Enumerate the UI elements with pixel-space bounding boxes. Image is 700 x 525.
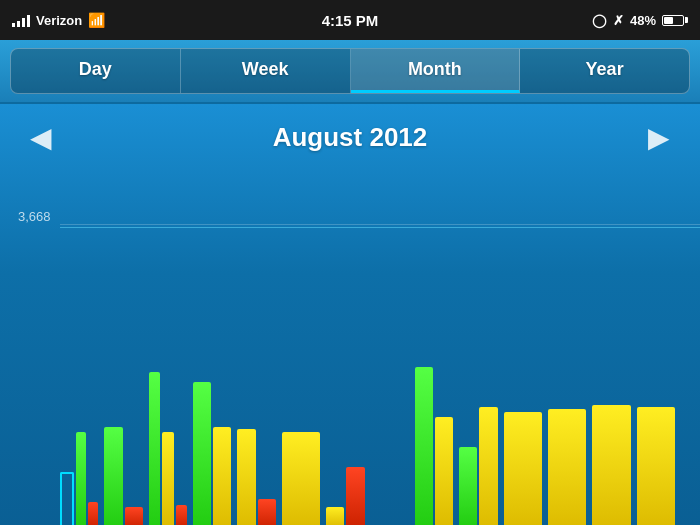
bar-yellow [548,409,586,525]
status-right: ◯ ✗ 48% [592,13,688,28]
bar-group [637,407,675,525]
bar-green [459,447,477,525]
bar-group [459,407,497,525]
bar-group [237,429,275,525]
battery-icon [662,15,688,26]
bar-group [504,412,542,525]
bluetooth-icon: ✗ [613,13,624,28]
bar-group [592,405,630,525]
bar-green [415,367,433,525]
bar-group [282,432,320,525]
bar-group [548,409,586,525]
bar-yellow [162,432,173,525]
chart-area: ◀ August 2012 ▶ 3,668 [0,104,700,525]
bar-yellow [282,432,320,525]
bar-yellow [637,407,675,525]
chart-title: August 2012 [273,122,428,153]
prev-arrow[interactable]: ◀ [10,116,72,159]
bar-group [326,467,364,525]
bar-red [125,507,143,525]
bar-yellow [237,429,255,525]
tab-container: Day Week Month Year [10,48,690,94]
bar-yellow [479,407,497,525]
bar-yellow [592,405,630,525]
bar-yellow [435,417,453,525]
bar-green [149,372,160,525]
bar-group [149,372,187,525]
bar-group [104,427,142,525]
bar-red [88,502,98,525]
status-bar: Verizon 📶 4:15 PM ◯ ✗ 48% [0,0,700,40]
bar-group [415,367,453,525]
battery-percent: 48% [630,13,656,28]
bar-yellow [326,507,344,525]
wifi-icon: 📶 [88,12,105,28]
bar-group [193,382,231,525]
bar-red [346,467,364,525]
status-left: Verizon 📶 [12,12,105,28]
tab-week[interactable]: Week [181,49,351,93]
bar-cyan [60,472,74,525]
bar-green [193,382,211,525]
bar-red [176,505,187,525]
signal-icon [12,13,30,27]
tab-bar: Day Week Month Year [0,40,700,104]
bar-yellow [213,427,231,525]
tab-month[interactable]: Month [351,49,521,93]
status-time: 4:15 PM [322,12,379,29]
tab-day[interactable]: Day [11,49,181,93]
carrier-label: Verizon [36,13,82,28]
nav-row: ◀ August 2012 ▶ [0,104,700,163]
bar-group [60,432,98,525]
bar-red [258,499,276,525]
bar-green [76,432,86,525]
bars-container [0,194,700,525]
bar-yellow [504,412,542,525]
clock-icon: ◯ [592,13,607,28]
bar-green [104,427,122,525]
next-arrow[interactable]: ▶ [628,116,690,159]
tab-year[interactable]: Year [520,49,689,93]
